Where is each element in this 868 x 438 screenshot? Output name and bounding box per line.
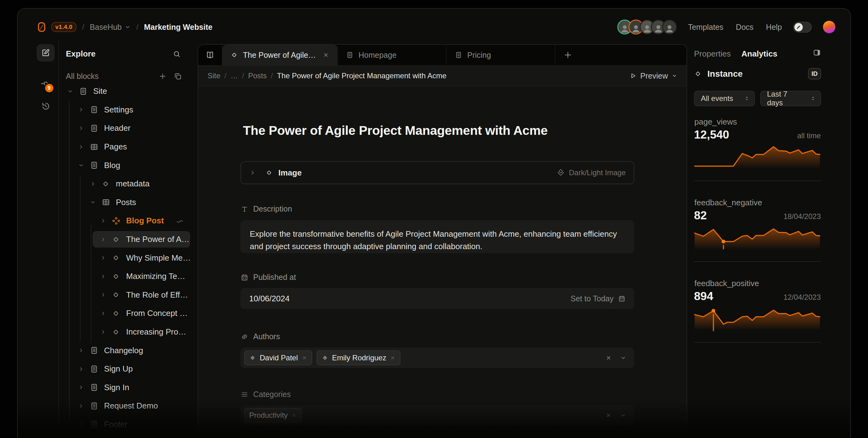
list-icon: [241, 390, 249, 399]
chevron-down-icon[interactable]: [78, 162, 90, 168]
sidebar-item-changelog[interactable]: Changelog: [59, 341, 197, 360]
tab-pricing[interactable]: Pricing: [447, 45, 555, 65]
remove-chip-icon[interactable]: [390, 355, 396, 361]
breadcrumb-item[interactable]: Site: [208, 71, 220, 80]
chevron-down-icon[interactable]: [620, 355, 626, 361]
sidebar-item-from-concept[interactable]: From Concept …: [59, 304, 197, 323]
authors-input[interactable]: David PatelEmily Rodriguez: [241, 348, 634, 368]
tab-the-power-of-agile[interactable]: The Power of Agile…: [222, 45, 338, 65]
page-title[interactable]: The Power of Agile Project Management wi…: [243, 123, 548, 138]
id-badge[interactable]: ID: [808, 68, 821, 80]
doc-icon: [90, 346, 104, 355]
remove-chip-icon[interactable]: [302, 355, 307, 361]
image-block[interactable]: Image Dark/Light Image: [241, 161, 634, 184]
topbar-right: TemplatesDocsHelp: [617, 20, 835, 34]
sidebar-item-site[interactable]: Site: [59, 82, 197, 101]
sidebar-item-sign-in[interactable]: Sign In: [59, 378, 197, 397]
sidebar-item-sign-up[interactable]: Sign Up: [59, 360, 197, 378]
chip-productivity[interactable]: Productivity: [244, 408, 302, 423]
sidebar-item-blog-post[interactable]: Blog Post: [59, 212, 197, 230]
sidebar-item-why-simple-me[interactable]: Why Simple Me…: [59, 249, 197, 267]
remove-chip-icon[interactable]: [291, 412, 297, 418]
new-tab-button[interactable]: [555, 45, 580, 65]
reader-button[interactable]: [198, 45, 222, 65]
panel-tab-analytics[interactable]: Analytics: [742, 49, 778, 59]
collaborator-avatar[interactable]: [662, 20, 677, 34]
sidebar-item-header[interactable]: Header: [59, 119, 197, 137]
sidebar-item-the-power-of-a[interactable]: The Power of A…: [59, 230, 197, 249]
version-badge[interactable]: v1.4.0: [51, 22, 76, 32]
filter-last-7-days[interactable]: Last 7 days: [760, 91, 821, 106]
clear-icon[interactable]: [605, 354, 612, 361]
workspace-switcher[interactable]: BaseHub: [90, 23, 131, 32]
search-icon[interactable]: [173, 50, 181, 58]
sidebar-item-pages[interactable]: Pages: [59, 137, 197, 156]
chip-david-patel[interactable]: David Patel: [244, 350, 312, 365]
screen: v1.4.0 / BaseHub / Marketing Website Tem…: [0, 0, 868, 438]
sidebar-item-maximizing-te[interactable]: Maximizing Te…: [59, 267, 197, 286]
commits-button[interactable]: 9: [39, 77, 53, 90]
chevron-right-icon[interactable]: [100, 273, 112, 280]
sidebar-item-increasing-pro[interactable]: Increasing Pro…: [59, 323, 197, 341]
chevron-down-icon[interactable]: [67, 88, 79, 94]
project-name[interactable]: Marketing Website: [144, 23, 212, 32]
chevron-right-icon[interactable]: [78, 384, 90, 390]
panel-toggle-icon[interactable]: [813, 49, 821, 57]
chevron-right-icon[interactable]: [100, 292, 112, 298]
nav-docs[interactable]: Docs: [736, 23, 754, 32]
history-button[interactable]: [41, 101, 51, 113]
chevron-right-icon[interactable]: [249, 169, 260, 176]
nav-templates[interactable]: Templates: [688, 23, 723, 32]
doc-icon: [90, 420, 104, 429]
chevron-right-icon[interactable]: [90, 181, 101, 187]
duplicate-icon[interactable]: [174, 72, 182, 81]
categories-input[interactable]: Productivity: [241, 405, 634, 426]
chevron-right-icon[interactable]: [100, 329, 112, 335]
chevron-right-icon[interactable]: [78, 106, 90, 113]
published-date-input[interactable]: 10/06/2024 Set to Today: [241, 288, 634, 309]
app-window: v1.4.0 / BaseHub / Marketing Website Tem…: [17, 8, 851, 438]
chevron-right-icon[interactable]: [100, 310, 112, 317]
chevron-right-icon[interactable]: [78, 403, 90, 409]
breadcrumb-item[interactable]: Posts: [248, 71, 267, 80]
chevron-right-icon[interactable]: [100, 255, 112, 261]
chevron-right-icon[interactable]: [78, 125, 90, 131]
user-avatar[interactable]: [823, 21, 835, 33]
chevron-right-icon[interactable]: [78, 366, 90, 372]
sidebar-item-footer[interactable]: Footer: [59, 415, 197, 434]
chevron-right-icon[interactable]: [78, 421, 90, 428]
chip-emily-rodriguez[interactable]: Emily Rodriguez: [316, 350, 401, 365]
analytics-filters: All eventsLast 7 days: [694, 91, 821, 106]
chevron-down-icon: [672, 73, 677, 79]
close-icon[interactable]: [322, 52, 329, 58]
tab-homepage[interactable]: Homepage: [338, 45, 447, 65]
preview-button[interactable]: Preview: [629, 71, 677, 81]
filter-all-events[interactable]: All events: [694, 91, 755, 106]
blocks-section-header: All blocks: [59, 59, 197, 81]
clear-icon[interactable]: [605, 412, 612, 419]
sidebar-item-settings[interactable]: Settings: [59, 101, 197, 119]
add-block-icon[interactable]: [158, 72, 167, 81]
panel-tab-properties[interactable]: Properties: [694, 49, 731, 59]
calendar-icon: [618, 295, 626, 303]
chevron-right-icon[interactable]: [78, 347, 90, 353]
chevron-down-icon[interactable]: [90, 199, 101, 205]
description-input[interactable]: Explore the transformative benefits of A…: [241, 220, 634, 253]
chevron-down-icon[interactable]: [620, 412, 626, 418]
edit-mode-toggle[interactable]: [793, 22, 812, 33]
set-to-today-button[interactable]: Set to Today: [570, 294, 626, 303]
sidebar-item-metadata[interactable]: metadata: [59, 175, 197, 193]
chevron-right-icon[interactable]: [100, 237, 112, 243]
nav-help[interactable]: Help: [766, 23, 782, 32]
chevron-right-icon[interactable]: [100, 218, 112, 224]
breadcrumb-item[interactable]: …: [230, 71, 238, 80]
doc-icon: [90, 161, 104, 169]
sidebar-item-posts[interactable]: Posts: [59, 193, 197, 212]
app-logo-icon[interactable]: [36, 22, 47, 32]
compose-button[interactable]: [37, 44, 55, 62]
sidebar-item-blog[interactable]: Blog: [59, 156, 197, 175]
sidebar-item-the-role-of-eff[interactable]: The Role of Eff…: [59, 286, 197, 305]
history-icon: [41, 107, 51, 112]
chevron-right-icon[interactable]: [78, 144, 90, 150]
sidebar-item-request-demo[interactable]: Request Demo: [59, 397, 197, 415]
